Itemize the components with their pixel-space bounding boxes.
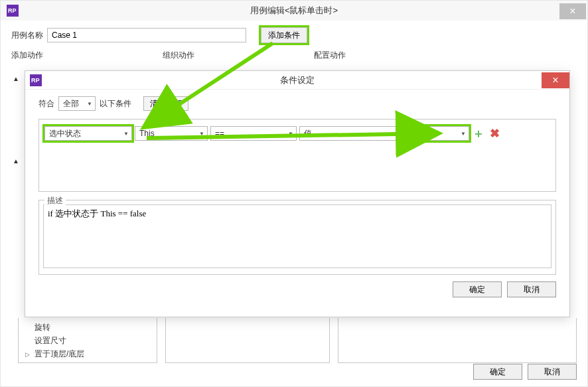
organize-panel	[165, 318, 330, 363]
chevron-down-icon: ▼	[461, 131, 466, 137]
description-text	[43, 204, 551, 268]
case-name-input[interactable]	[47, 28, 246, 42]
window-title: 用例编辑<鼠标单击时>	[250, 5, 338, 17]
main-ok-button[interactable]: 确定	[473, 364, 522, 380]
value-select[interactable]: false ▼	[403, 126, 469, 141]
close-icon[interactable]: ×	[542, 72, 569, 88]
field-select[interactable]: 选中状态 ▼	[44, 126, 132, 141]
remove-row-icon[interactable]: ✖	[488, 127, 501, 140]
case-name-row: 用例名称 添加条件	[1, 21, 587, 48]
tab-add-action[interactable]: 添加动作	[11, 50, 43, 61]
condition-titlebar: RP 条件设定 ×	[25, 71, 569, 90]
case-name-label: 用例名称	[11, 30, 43, 41]
value-value: false	[407, 129, 424, 138]
clear-all-button[interactable]: 清除全部	[143, 96, 188, 111]
match-row: 符合 全部 ▼ 以下条件 清除全部	[25, 90, 569, 115]
actions-tree-panel: 旋转 设置尺寸 置于顶层/底层	[18, 318, 157, 363]
condition-cancel-button[interactable]: 取消	[507, 281, 556, 297]
expand-tri-icon[interactable]: ▲	[13, 157, 19, 165]
conditions-area: 选中状态 ▼ This ▼ == ▼ 值 ▼ false ▼ ＋ ✖	[38, 119, 556, 192]
app-icon: RP	[28, 72, 44, 88]
condition-button-row: 确定 取消	[25, 275, 569, 297]
chevron-down-icon: ▼	[392, 131, 397, 137]
operator-value: ==	[215, 129, 224, 138]
match-mode-select[interactable]: 全部 ▼	[58, 96, 96, 111]
chevron-down-icon: ▼	[199, 131, 204, 137]
main-titlebar: RP 用例编辑<鼠标单击时> ×	[1, 1, 587, 21]
value-type-value: 值	[304, 128, 312, 139]
main-cancel-button[interactable]: 取消	[528, 364, 577, 380]
match-prefix-label: 符合	[38, 98, 54, 110]
expand-tri-icon[interactable]: ▲	[13, 75, 19, 82]
condition-row: 选中状态 ▼ This ▼ == ▼ 值 ▼ false ▼ ＋ ✖	[44, 126, 550, 141]
condition-title: 条件设定	[280, 74, 315, 86]
field-value: 选中状态	[49, 128, 81, 139]
tree-item[interactable]: 旋转	[25, 321, 145, 334]
close-icon[interactable]: ×	[559, 3, 586, 19]
app-icon: RP	[5, 3, 21, 19]
add-condition-button[interactable]: 添加条件	[261, 27, 307, 43]
value-type-select[interactable]: 值 ▼	[299, 126, 400, 141]
target-value: This	[139, 129, 155, 138]
description-legend: 描述	[44, 195, 66, 206]
chevron-down-icon: ▼	[87, 101, 92, 107]
chevron-down-icon: ▼	[123, 131, 129, 137]
condition-dialog: RP 条件设定 × 符合 全部 ▼ 以下条件 清除全部 选中状态 ▼ This …	[25, 70, 570, 317]
match-suffix-label: 以下条件	[100, 98, 131, 110]
tree-item[interactable]: 置于顶层/底层	[25, 347, 145, 361]
configure-panel	[338, 318, 577, 363]
description-fieldset: 描述	[38, 200, 556, 275]
main-button-row: 确定 取消	[473, 364, 577, 380]
operator-select[interactable]: == ▼	[210, 126, 297, 141]
match-mode-value: 全部	[63, 98, 79, 110]
tab-configure[interactable]: 配置动作	[314, 50, 346, 61]
condition-ok-button[interactable]: 确定	[453, 281, 502, 297]
tab-organize[interactable]: 组织动作	[163, 50, 194, 61]
add-row-icon[interactable]: ＋	[472, 127, 485, 140]
tree-item[interactable]: 设置尺寸	[25, 334, 145, 347]
section-tabs: 添加动作 组织动作 配置动作	[1, 48, 587, 62]
target-select[interactable]: This ▼	[135, 126, 208, 141]
chevron-down-icon: ▼	[288, 131, 293, 137]
